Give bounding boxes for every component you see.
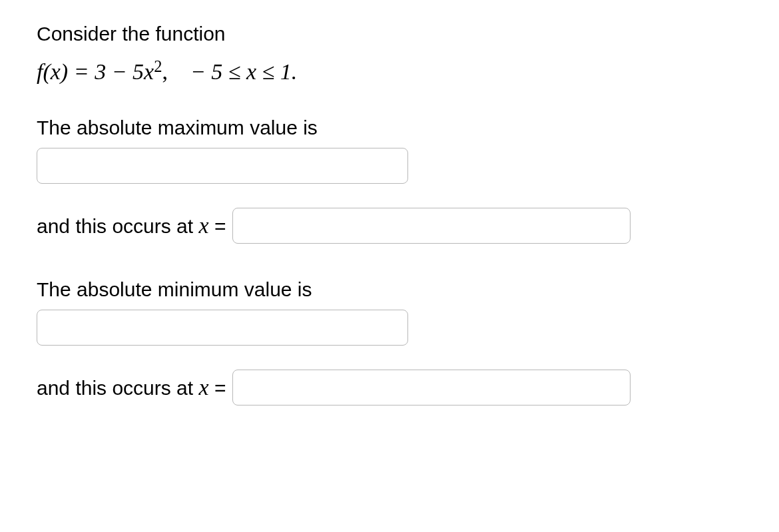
question-container: Consider the function f(x) = 3 − 5x2, − …: [0, 0, 779, 432]
occurs-var-2: x: [198, 375, 208, 399]
equals-sign-2: =: [209, 377, 226, 399]
intro-text: Consider the function: [37, 19, 742, 49]
function-exponent: 2: [154, 57, 162, 75]
occurs-var: x: [198, 213, 208, 238]
max-prompt: The absolute maximum value is: [37, 113, 742, 142]
occurs-at-label: and this occurs at x =: [37, 213, 226, 238]
occurs-prefix: and this occurs at: [37, 215, 198, 237]
min-prompt: The absolute minimum value is: [37, 274, 742, 304]
function-left: f(x) = 3 − 5x: [37, 59, 154, 84]
function-definition: f(x) = 3 − 5x2, − 5 ≤ x ≤ 1.: [37, 54, 742, 89]
max-x-input[interactable]: [232, 208, 631, 244]
equals-sign: =: [209, 215, 226, 237]
domain-constraint: − 5 ≤ x ≤ 1.: [184, 59, 297, 84]
max-value-input[interactable]: [37, 148, 408, 184]
occurs-prefix-2: and this occurs at: [37, 377, 198, 399]
occurs-at-label-2: and this occurs at x =: [37, 375, 226, 400]
function-comma: ,: [162, 59, 168, 84]
min-occurs-row: and this occurs at x =: [37, 370, 742, 405]
min-x-input[interactable]: [232, 370, 631, 405]
min-value-input[interactable]: [37, 310, 408, 346]
max-occurs-row: and this occurs at x =: [37, 208, 742, 244]
